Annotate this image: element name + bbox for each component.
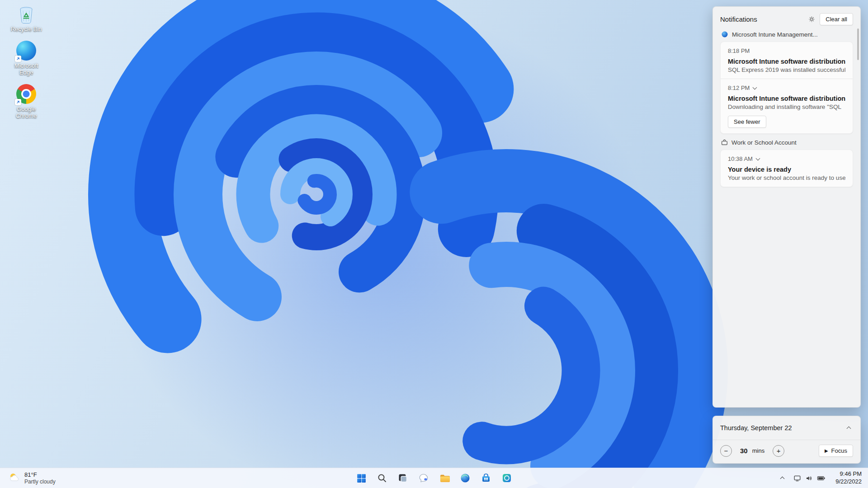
notification-card[interactable]: 8:18 PM Microsoft Intune software distri…: [720, 42, 853, 134]
taskbar-center-icons: [352, 469, 516, 487]
desktop-icon-microsoft-edge[interactable]: Microsoft Edge: [5, 40, 47, 76]
see-fewer-button[interactable]: See fewer: [728, 116, 766, 128]
chevron-up-icon: [780, 476, 785, 481]
clear-all-button[interactable]: Clear all: [820, 13, 853, 25]
focus-button-label: Focus: [831, 447, 847, 454]
edge-icon: [16, 40, 37, 61]
notification-title: Your device is ready: [728, 166, 845, 173]
desktop-icon-google-chrome[interactable]: Google Chrome: [5, 84, 47, 120]
desktop[interactable]: Recycle Bin Microsoft Edge Google Chrome: [5, 4, 47, 120]
task-view-button[interactable]: [394, 469, 412, 487]
focus-session-row: − 30 mins + ▶ Focus: [713, 440, 860, 463]
weather-condition: Partly cloudy: [24, 479, 56, 485]
notification-title: Microsoft Intune software distribution: [728, 95, 845, 102]
focus-start-button[interactable]: ▶ Focus: [819, 445, 853, 457]
focus-decrease-button[interactable]: −: [720, 445, 732, 457]
search-button[interactable]: [373, 469, 391, 487]
focus-increase-button[interactable]: +: [773, 445, 784, 457]
calendar-flyout: Thursday, September 22 − 30 mins + ▶ Foc…: [712, 416, 861, 464]
notification-group-label: Microsoft Intune Management...: [732, 31, 818, 38]
work-account-icon: [721, 139, 728, 146]
notification-time: 10:38 AM: [728, 155, 753, 162]
intune-app-icon: [721, 31, 728, 38]
notification-group-intune[interactable]: Microsoft Intune Management...: [721, 31, 852, 38]
notification-body: Your work or school account is ready to …: [728, 174, 845, 181]
pinned-app-icon: [501, 473, 512, 483]
system-tray: 9:46 PM 9/22/2022: [778, 469, 865, 487]
desktop-icon-recycle-bin[interactable]: Recycle Bin: [5, 4, 47, 33]
chrome-icon: [16, 84, 37, 104]
chevron-down-icon[interactable]: [753, 85, 757, 89]
tray-overflow-button[interactable]: [778, 474, 787, 482]
notifications-title: Notifications: [720, 15, 757, 23]
search-icon: [377, 473, 387, 483]
edge-icon: [460, 473, 471, 483]
notification-card[interactable]: 10:38 AM Your device is ready Your work …: [720, 150, 853, 187]
weather-widget[interactable]: 81°F Partly cloudy: [4, 470, 60, 486]
notification-item[interactable]: 8:12 PM Microsoft Intune software distri…: [728, 84, 845, 110]
desktop-icon-label: Google Chrome: [7, 106, 45, 120]
notification-title: Microsoft Intune software distribution: [728, 58, 845, 65]
notification-group-work-account[interactable]: Work or School Account: [721, 139, 852, 146]
microsoft-store-button[interactable]: [477, 469, 495, 487]
shortcut-arrow-icon: [15, 99, 21, 105]
focus-minutes-value: 30: [740, 447, 748, 455]
notifications-header: Notifications Clear all: [720, 13, 853, 25]
taskbar-clock[interactable]: 9:46 PM 9/22/2022: [832, 469, 865, 487]
play-icon: ▶: [825, 448, 828, 453]
notification-body: SQL Express 2019 was installed successfu…: [728, 66, 845, 73]
chevron-up-icon: [846, 426, 851, 431]
desktop-icon-label: Recycle Bin: [11, 26, 42, 33]
chevron-down-icon[interactable]: [755, 156, 760, 160]
scrollbar-thumb[interactable]: [857, 28, 859, 60]
notification-group-label: Work or School Account: [731, 139, 797, 146]
notification-item[interactable]: 10:38 AM Your device is ready Your work …: [728, 155, 845, 181]
pinned-app-button[interactable]: [498, 469, 516, 487]
file-explorer-button[interactable]: [435, 469, 453, 487]
desktop-icon-label: Microsoft Edge: [7, 63, 45, 76]
battery-icon: [816, 474, 826, 483]
notification-center: Notifications Clear all Microsoft Intune…: [712, 6, 861, 408]
tray-status-icons[interactable]: [790, 471, 828, 485]
shortcut-arrow-icon: [15, 56, 21, 62]
taskbar: 81°F Partly cloudy: [0, 468, 868, 488]
clock-time: 9:46 PM: [835, 470, 862, 478]
focus-minutes-unit: mins: [752, 447, 764, 454]
notification-item[interactable]: 8:18 PM Microsoft Intune software distri…: [728, 47, 845, 73]
calendar-collapse-button[interactable]: [842, 422, 855, 434]
chat-button[interactable]: [415, 469, 433, 487]
recycle-bin-icon: [16, 4, 37, 24]
volume-icon: [805, 474, 813, 483]
notification-time: 8:12 PM: [728, 84, 750, 91]
notification-settings-icon[interactable]: [808, 16, 815, 23]
task-view-icon: [397, 473, 408, 483]
weather-icon: [8, 472, 21, 484]
network-icon: [793, 474, 802, 483]
notification-time: 8:18 PM: [728, 47, 845, 54]
divider: [721, 79, 853, 79]
store-icon: [481, 473, 491, 483]
chat-icon: [418, 473, 429, 483]
calendar-header[interactable]: Thursday, September 22: [713, 416, 860, 440]
windows-logo-icon: [356, 473, 367, 484]
file-explorer-icon: [439, 473, 450, 484]
start-button[interactable]: [352, 469, 370, 487]
notification-body: Downloading and installing software "SQL: [728, 103, 845, 110]
calendar-date: Thursday, September 22: [720, 424, 792, 432]
clock-date: 9/22/2022: [835, 478, 862, 486]
weather-temperature: 81°F: [24, 471, 56, 479]
edge-browser-button[interactable]: [456, 469, 474, 487]
